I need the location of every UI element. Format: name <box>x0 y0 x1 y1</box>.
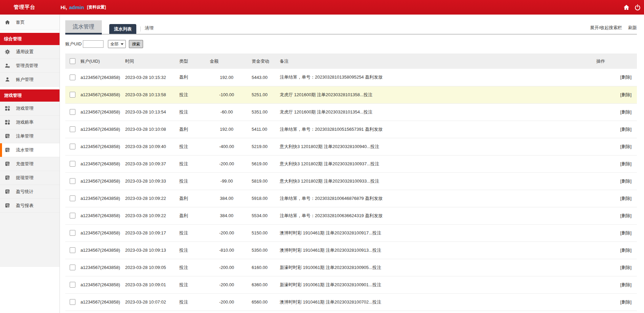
report-icon <box>5 133 10 139</box>
row-checkbox[interactable] <box>70 75 75 80</box>
cell-time: 2023-03-28 10:15:32 <box>125 69 179 86</box>
sidebar-item-profit-loss-report[interactable]: 盈亏报表 <box>0 199 60 213</box>
search-button[interactable]: 搜索 <box>129 40 143 48</box>
delete-link[interactable]: [删除] <box>620 75 631 80</box>
delete-link[interactable]: [删除] <box>620 109 631 114</box>
app-title: 管理平台 <box>0 4 49 11</box>
table-row: a1234567(2643858)2023-03-28 10:09:40投注-4… <box>65 138 637 155</box>
delete-link[interactable]: [删除] <box>620 179 631 184</box>
sidebar-item-label: 首页 <box>16 19 25 25</box>
sidebar-item-game-management[interactable]: 游戏管理 <box>0 102 60 116</box>
cell-amount: 384.00 <box>210 190 244 207</box>
row-checkbox[interactable] <box>70 161 75 167</box>
profile-settings-link[interactable]: [资料设置] <box>87 4 106 10</box>
cell-checkbox <box>65 259 80 276</box>
cell-action: [删除] <box>596 207 637 224</box>
delete-link[interactable]: [删除] <box>620 196 631 201</box>
delete-link[interactable]: [删除] <box>620 161 631 166</box>
cell-time: 2023-03-28 10:07:02 <box>125 293 179 311</box>
row-checkbox[interactable] <box>70 247 75 253</box>
cell-amount: -99.00 <box>210 172 244 190</box>
row-checkbox[interactable] <box>70 92 75 98</box>
select-all-checkbox[interactable] <box>70 58 75 64</box>
delete-link[interactable]: [删除] <box>620 144 631 149</box>
cell-remark: 注单结算，单号：20230328100636624319 盈利发放 <box>280 207 596 224</box>
row-checkbox[interactable] <box>70 299 75 305</box>
cell-time: 2023-03-28 10:09:40 <box>125 138 179 155</box>
cell-remark: 龙虎厅 1201600期 注单20230328101358...投注 <box>280 86 596 103</box>
cell-time: 2023-03-28 10:10:08 <box>125 121 179 138</box>
type-select[interactable]: 全部 <box>108 40 126 48</box>
tab-flow-list[interactable]: 流水列表 <box>109 24 136 34</box>
sidebar-item-home[interactable]: 首页 <box>0 15 60 30</box>
refresh-link[interactable]: 刷新 <box>628 25 637 31</box>
cell-remark: 意大利快3 1201802期 注单20230328100940...投注 <box>280 138 596 155</box>
cell-account: a1234567(2643858) <box>80 103 125 121</box>
cell-checkbox <box>65 190 80 207</box>
cell-checkbox <box>65 224 80 242</box>
cell-type: 投注 <box>179 172 210 190</box>
cell-account: a1234567(2643858) <box>80 69 125 86</box>
row-checkbox[interactable] <box>70 230 75 236</box>
greeting-prefix: Hi, <box>61 4 67 10</box>
row-checkbox[interactable] <box>70 126 75 132</box>
cell-time: 2023-03-28 10:09:37 <box>125 155 179 172</box>
toggle-search-bar-link[interactable]: 展开/收起搜索栏 <box>590 25 622 31</box>
sidebar-item-admin-management[interactable]: 管理员管理 <box>0 59 60 73</box>
row-checkbox[interactable] <box>70 178 75 184</box>
cell-account: a1234567(2643858) <box>80 121 125 138</box>
cell-time: 2023-03-28 10:09:17 <box>125 224 179 242</box>
account-uid-input[interactable] <box>83 40 104 48</box>
delete-link[interactable]: [删除] <box>620 92 631 97</box>
cell-account: a1234567(2643858) <box>80 86 125 103</box>
cell-time: 2023-03-28 10:09:33 <box>125 172 179 190</box>
cell-balance-change: 5918.00 <box>244 190 280 207</box>
cell-checkbox <box>65 155 80 172</box>
delete-link[interactable]: [删除] <box>620 265 631 270</box>
table-row: a1234567(2643858)2023-03-28 10:09:22盈利38… <box>65 190 637 207</box>
cell-type: 投注 <box>179 293 210 311</box>
sidebar-item-flow-management[interactable]: 流水管理 <box>0 143 60 157</box>
sidebar-item-profit-loss-stats[interactable]: 盈亏统计 <box>0 185 60 199</box>
report-icon <box>5 189 10 194</box>
sidebar-section-comprehensive[interactable]: 综合管理 <box>0 33 60 45</box>
delete-link[interactable]: [删除] <box>620 213 631 218</box>
table-row: a1234567(2643858)2023-03-28 10:15:32盈利19… <box>65 69 637 86</box>
row-checkbox[interactable] <box>70 282 75 288</box>
delete-link[interactable]: [删除] <box>620 282 631 287</box>
sidebar-section-games[interactable]: 游戏管理 <box>0 89 60 102</box>
delete-link[interactable]: [删除] <box>620 299 631 305</box>
sidebar-item-label: 通用设置 <box>16 49 33 55</box>
tab-clean[interactable]: 清理 <box>145 25 154 31</box>
delete-link[interactable]: [删除] <box>620 230 631 235</box>
delete-link[interactable]: [删除] <box>620 127 631 132</box>
sidebar-item-label: 提现管理 <box>16 175 33 181</box>
home-icon[interactable] <box>623 4 629 11</box>
sidebar-item-account-management[interactable]: 账户管理 <box>0 73 60 87</box>
sidebar-item-label: 流水管理 <box>16 147 33 153</box>
row-checkbox[interactable] <box>70 109 75 115</box>
sidebar-item-general-settings[interactable]: 通用设置 <box>0 45 60 59</box>
topbar: 管理平台 Hi, admin [资料设置] <box>0 0 644 15</box>
tabs-row: 流水管理 流水列表 清理 展开/收起搜索栏 刷新 <box>65 20 637 35</box>
tab-divider <box>140 26 141 32</box>
row-checkbox[interactable] <box>70 265 75 270</box>
content-area: 流水管理 流水列表 清理 展开/收起搜索栏 刷新 账户UID 全部 搜索 <box>60 15 644 313</box>
row-checkbox[interactable] <box>70 213 75 218</box>
delete-link[interactable]: [删除] <box>620 248 631 253</box>
cell-checkbox <box>65 242 80 259</box>
cell-type: 投注 <box>179 155 210 172</box>
cell-checkbox <box>65 293 80 311</box>
cell-remark: 澳博时时彩 1910461期 注单20230328100917...投注 <box>280 224 596 242</box>
row-checkbox[interactable] <box>70 195 75 201</box>
cell-balance-change: 5411.00 <box>244 121 280 138</box>
sidebar-item-recharge-management[interactable]: 充值管理 <box>0 157 60 171</box>
sidebar-menu: 首页综合管理通用设置管理员管理账户管理游戏管理游戏管理游戏赔率注单管理流水管理充… <box>0 15 60 213</box>
sidebar-item-game-odds[interactable]: 游戏赔率 <box>0 116 60 129</box>
sidebar-item-bet-order-management[interactable]: 注单管理 <box>0 129 60 143</box>
cell-amount: 192.00 <box>210 69 244 86</box>
power-icon[interactable] <box>635 4 641 11</box>
row-checkbox[interactable] <box>70 144 75 149</box>
sidebar-item-withdrawal-management[interactable]: 提现管理 <box>0 171 60 185</box>
cell-action: [删除] <box>596 86 637 103</box>
